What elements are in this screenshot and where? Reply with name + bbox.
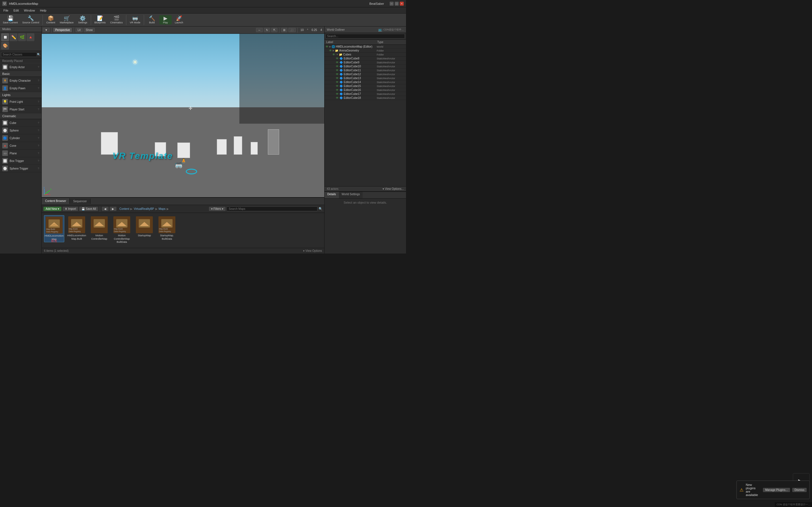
place-item-empty-actor[interactable]: ⬜ Empty Actor ?	[0, 63, 42, 71]
transform-rotate[interactable]: ↻	[264, 28, 270, 32]
place-item-cone[interactable]: 🔺 Cone ?	[0, 142, 42, 150]
transform-translate[interactable]: ↔	[256, 28, 263, 32]
tree-item[interactable]: 👁 🔷 EditorCube15 StaticMeshActor	[324, 84, 406, 88]
build-button[interactable]: 🔨 Build	[146, 15, 158, 24]
place-item-player-start[interactable]: 🏁 Player Start ?	[0, 106, 42, 113]
cube12-vis[interactable]: 👁	[336, 73, 339, 76]
transform-scale[interactable]: ⇱	[271, 28, 277, 32]
filters-button[interactable]: ▾ Filters ▾	[209, 207, 225, 211]
menu-edit[interactable]: Edit	[11, 8, 21, 13]
sequencer-tab[interactable]: Sequencer	[70, 199, 90, 204]
place-item-empty-pawn[interactable]: 👤 Empty Pawn ?	[0, 84, 42, 92]
vr-mode-button[interactable]: 🥽 VR Mode	[128, 15, 142, 24]
mesh-mode-button[interactable]: 🔺	[27, 33, 35, 41]
path-maps[interactable]: Maps	[159, 207, 165, 210]
cinematics-button[interactable]: 🎬 Cinematics	[109, 15, 124, 24]
cube14-vis[interactable]: 👁	[336, 80, 339, 83]
place-item-point-light[interactable]: 💡 Point Light ?	[0, 98, 42, 106]
content-item-startup-map[interactable]: StartupMap	[134, 215, 154, 238]
tree-item[interactable]: 👁 🔷 EditorCube17 StaticMeshActor	[324, 92, 406, 96]
place-mode-button[interactable]: 🔲	[1, 33, 9, 41]
place-item-cylinder[interactable]: 🔵 Cylinder ?	[0, 134, 42, 142]
cube17-vis[interactable]: 👁	[336, 93, 339, 96]
perspective-button[interactable]: Perspective	[53, 28, 72, 32]
lit-button[interactable]: Lit	[75, 28, 83, 32]
tree-item[interactable]: 👁 🔷 EditorCube13 StaticMeshActor	[324, 76, 406, 80]
category-lights[interactable]: Lights	[0, 92, 42, 98]
content-item-hmd-locomotion[interactable]: Map BuildData Registry HMDLocomotionMap …	[44, 215, 64, 242]
geometry-mode-button[interactable]: 🎨	[1, 42, 9, 50]
tree-item[interactable]: 👁 🔷 EditorCube16 StaticMeshActor	[324, 88, 406, 92]
tree-item[interactable]: 👁 🔷 EditorCube12 StaticMeshActor	[324, 72, 406, 76]
paint-mode-button[interactable]: ✏️	[10, 33, 17, 41]
source-control-button[interactable]: 🔧 Source Control	[20, 15, 41, 24]
category-cinematic[interactable]: Cinematic	[0, 113, 42, 119]
save-all-button[interactable]: 💾 Save All	[79, 207, 98, 211]
path-vrblueprint[interactable]: VirtualRealityBP	[134, 207, 154, 210]
cube11-vis[interactable]: 👁	[336, 69, 339, 72]
tree-arena-folder[interactable]: 👁 ▶ 📁 ArenaGeometry Folder	[324, 49, 406, 53]
world-settings-tab[interactable]: World Settings	[339, 192, 363, 198]
content-item-startup-built[interactable]: Map BuildData Registry StartupMap.BuiltD…	[157, 215, 177, 242]
tree-item[interactable]: 👁 🔷 EditorCube9 StaticMeshActor	[324, 61, 406, 64]
tree-item[interactable]: 👁 🔷 EditorCube14 StaticMeshActor	[324, 80, 406, 84]
cube8-vis[interactable]: 👁	[336, 57, 339, 60]
place-item-plane[interactable]: ▭ Plane ?	[0, 150, 42, 157]
path-content[interactable]: Content	[119, 207, 129, 210]
tree-item[interactable]: 👁 🔷 EditorCube11 StaticMeshActor	[324, 68, 406, 72]
cubes-visibility-icon[interactable]: 👁	[333, 53, 335, 56]
tree-cubes-folder[interactable]: 👁 ▼ 📁 Cubes Folder	[324, 53, 406, 57]
content-button[interactable]: 📦 Content	[45, 15, 57, 24]
view-options-button[interactable]: ▾ View Options...	[383, 187, 404, 190]
content-browser-tab[interactable]: Content Browser	[42, 198, 70, 204]
minimize-button[interactable]: ─	[390, 2, 394, 6]
cube9-vis[interactable]: 👁	[336, 61, 339, 64]
landscape-mode-button[interactable]: 🌿	[18, 33, 26, 41]
settings-button[interactable]: ⚙️ Settings	[77, 15, 89, 24]
marketplace-button[interactable]: 🛒 Marketplace	[58, 15, 75, 24]
add-new-button[interactable]: Add New ▾	[43, 207, 61, 211]
cube16-vis[interactable]: 👁	[336, 89, 339, 92]
tree-item[interactable]: 👁 🔷 EditorCube8 StaticMeshActor	[324, 57, 406, 61]
category-basic[interactable]: Basic	[0, 71, 42, 77]
launch-button[interactable]: 🚀 Launch	[173, 15, 185, 24]
search-classes-input[interactable]	[1, 52, 37, 57]
surface-snap[interactable]: ⊞	[281, 28, 287, 32]
content-item-motion-controller-built[interactable]: Map BuildData Registry MotionControllerM…	[112, 215, 132, 245]
place-item-cube[interactable]: ⬜ Cube ?	[0, 119, 42, 127]
import-button[interactable]: ⬆ Import	[63, 207, 78, 211]
show-button[interactable]: Show	[84, 28, 95, 32]
tree-item[interactable]: 👁 🔷 EditorCube18 StaticMeshActor	[324, 96, 406, 100]
viewport[interactable]: ✳ VR Template ✛ 🧍 🥽	[42, 34, 324, 197]
view-options-button[interactable]: ▾ View Options	[303, 249, 322, 252]
menu-file[interactable]: File	[1, 8, 11, 13]
content-search-input[interactable]	[227, 207, 317, 211]
blueprints-button[interactable]: 📝 Blueprints	[93, 15, 107, 24]
root-visibility-icon[interactable]: 👁	[326, 45, 328, 48]
camera-speed[interactable]: 🎥	[289, 28, 296, 32]
save-current-button[interactable]: 💾 Save Current	[1, 15, 19, 24]
content-item-motion-controller[interactable]: MotionControllerMap	[89, 215, 109, 242]
maximize-button[interactable]: □	[395, 2, 399, 6]
place-item-sphere-trigger[interactable]: ⚪ Sphere Trigger ?	[0, 165, 42, 172]
play-button[interactable]: ▶ Play	[159, 15, 172, 24]
outliner-search-input[interactable]	[326, 34, 405, 39]
close-button[interactable]: ✕	[400, 2, 404, 6]
nav-back-button[interactable]: ◀	[102, 207, 109, 211]
arena-visibility-icon[interactable]: 👁	[329, 49, 332, 52]
cube15-vis[interactable]: 👁	[336, 84, 339, 88]
cube18-vis[interactable]: 👁	[336, 96, 339, 100]
tree-item[interactable]: 👁 🔷 EditorCube10 StaticMeshActor	[324, 64, 406, 68]
menu-help[interactable]: Help	[38, 8, 49, 13]
viewport-options-button[interactable]: ▼	[43, 28, 50, 32]
place-item-empty-character[interactable]: 🧍 Empty Character ?	[0, 77, 42, 84]
nav-forward-button[interactable]: ▶	[110, 207, 116, 211]
details-tab[interactable]: Details	[324, 192, 339, 198]
cube10-vis[interactable]: 👁	[336, 65, 339, 68]
place-item-sphere[interactable]: ⚪ Sphere ?	[0, 127, 42, 134]
menu-window[interactable]: Window	[22, 8, 37, 13]
content-item-hmd-locomotion-built[interactable]: Map BuildData Registry HMDLocomotionMap.…	[66, 215, 87, 242]
tree-root[interactable]: 👁 ▶ 🌐 HMDLocomotionMap (Editor) World	[324, 45, 406, 49]
place-item-box-trigger[interactable]: ⬜ Box Trigger ?	[0, 157, 42, 165]
cube13-vis[interactable]: 👁	[336, 76, 339, 80]
